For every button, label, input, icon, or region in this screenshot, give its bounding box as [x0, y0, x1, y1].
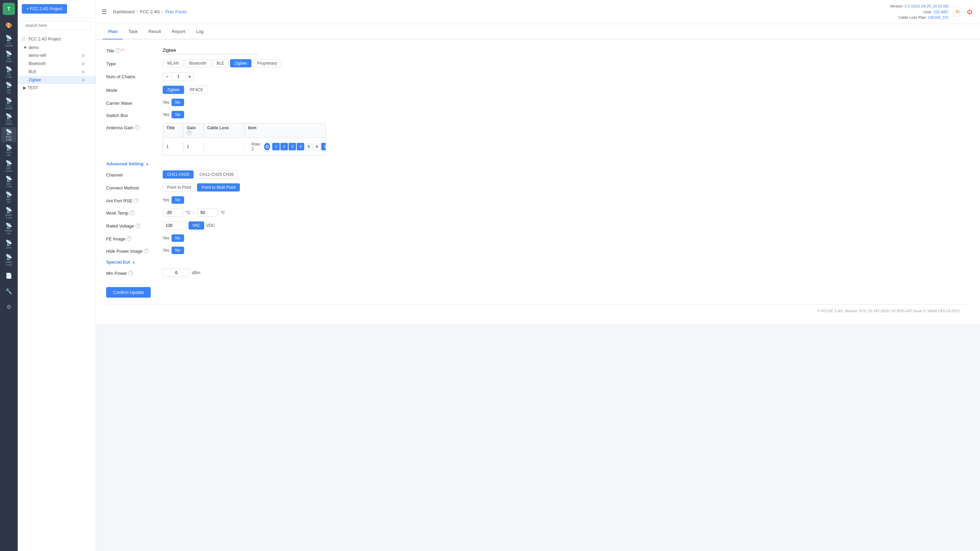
sidebar-item-palette[interactable]: 🎨	[2, 18, 16, 33]
gain-help-icon[interactable]: ?	[187, 130, 192, 135]
breadcrumb-fcc-2.4g[interactable]: FCC 2.4G	[140, 9, 160, 14]
sidebar-item-ce-5g[interactable]: 📡 CE5G	[2, 80, 16, 95]
antenna-table: Title Gain ? Cable Loss Item 1 1 Row: 2	[163, 123, 326, 156]
sidebar-item-fcc-2.4g[interactable]: 📡 FCC2.4G	[2, 127, 16, 142]
min-power-help-icon[interactable]: ?	[128, 271, 133, 275]
temp-min-input[interactable]	[163, 208, 183, 217]
sidebar-item-ce-2.4g[interactable]: 📡 CE2.4G	[2, 65, 16, 79]
hide-power-label: Hide Power Image ?	[106, 246, 157, 254]
sidebar-item-fcc-234g[interactable]: 📡 FCC234G	[2, 111, 16, 127]
type-proprietary[interactable]: Proprietary	[253, 59, 282, 67]
confirm-update-button[interactable]: Confirm Update	[106, 287, 151, 298]
page-btn-3[interactable]: 3	[288, 143, 296, 150]
page-btn-5[interactable]: 5	[305, 143, 312, 150]
sidebar-item-dfs[interactable]: 📡 DFS	[2, 237, 16, 252]
tab-plan[interactable]: Plan	[103, 24, 123, 40]
voltage-input[interactable]	[163, 221, 186, 230]
connect-point-to-multi[interactable]: Point to Multi Point	[197, 183, 240, 192]
sidebar-item-settings[interactable]: ⚙	[2, 299, 16, 314]
ce24g-icon: 📡	[5, 66, 12, 73]
ant-port-rse-no[interactable]: No	[172, 196, 184, 204]
mic234g-icon: 📡	[5, 160, 12, 166]
switch-box-no[interactable]: No	[172, 111, 184, 118]
type-ble[interactable]: BLE	[212, 59, 229, 67]
tab-task[interactable]: Task	[123, 24, 143, 40]
sidebar-item-mic-5g[interactable]: 📡 MIC5G	[2, 190, 16, 205]
special-eut-section-header[interactable]: Special Eut ▲	[106, 259, 970, 265]
row-settings-button[interactable]: ⚙	[264, 143, 270, 150]
title-input[interactable]	[163, 46, 258, 54]
connect-point-to-point[interactable]: Point to Point	[163, 183, 196, 192]
nav-tree-project[interactable]: ⠿ FCC 2.4G Project	[18, 34, 95, 44]
sidebar-item-srrc-2.4g[interactable]: 📡 SRRC2.4G	[2, 205, 16, 221]
doc-icon: 📄	[5, 272, 12, 279]
temp-max-input[interactable]	[197, 208, 218, 217]
carrier-wave-no[interactable]: No	[172, 98, 184, 106]
sidebar-item-srrc-5g[interactable]: 📡 SRRC5G	[2, 221, 16, 236]
breadcrumb-dashboard[interactable]: Dashboard	[113, 9, 135, 14]
sidebar-item-doc[interactable]: 📄	[2, 268, 16, 283]
tree-leaf-bluetooth[interactable]: Bluetooth 🖥	[18, 60, 95, 68]
type-bluetooth[interactable]: Bluetooth	[185, 59, 211, 67]
tree-leaf-demo-wifi[interactable]: demo-wifi 🖥	[18, 51, 95, 60]
page-btn-6[interactable]: 6	[313, 143, 321, 150]
sidebar-item-mic-2.4g[interactable]: 📡 MIC2.4G	[2, 174, 16, 189]
row-title-val: 1	[163, 142, 183, 151]
advanced-section-header[interactable]: Advanced Setting ▲	[106, 161, 970, 166]
type-wlan[interactable]: WLAN	[163, 59, 183, 67]
rated-voltage-help-icon[interactable]: ?	[135, 224, 140, 228]
vac-button[interactable]: VAC	[189, 221, 204, 230]
row-cable-loss-val	[204, 144, 245, 149]
hide-power-no[interactable]: No	[172, 246, 184, 254]
hide-power-toggle: Yes No	[163, 246, 970, 254]
type-label: Type	[106, 59, 157, 66]
grid-dots-icon: ⠿	[22, 37, 25, 42]
tree-folder-demo[interactable]: ▼ demo	[18, 44, 95, 51]
tree-leaf-ble[interactable]: BLE 🖥	[18, 68, 95, 76]
tree-leaf-zigbee[interactable]: Zigbee 🖥	[18, 76, 95, 84]
channel-ch11-ch26[interactable]: CH11-CH26	[163, 170, 194, 179]
channel-ch11-ch25-ch26[interactable]: CH11-CH25-CH26	[195, 170, 238, 179]
sidebar-item-ce-234g[interactable]: 📡 CE234G	[2, 49, 16, 64]
min-power-input[interactable]	[163, 269, 190, 277]
leaf-zigbee-icon: 🖥	[81, 78, 85, 82]
mode-zigbee[interactable]: Zigbee	[163, 86, 184, 94]
search-input[interactable]	[22, 21, 92, 30]
counter-decrement[interactable]: −	[163, 72, 172, 81]
mode-rf4ce[interactable]: RF4CE	[185, 86, 208, 94]
counter-increment[interactable]: +	[185, 72, 194, 81]
form-row-min-power: Min Power ? dBm	[106, 269, 970, 277]
fe-image-help-icon[interactable]: ?	[127, 237, 131, 241]
sidebar-item-ce-5gnr[interactable]: 📡 CE5GNR	[2, 33, 16, 48]
tab-report[interactable]: Report	[166, 24, 191, 40]
hide-power-help-icon[interactable]: ?	[144, 249, 149, 253]
form-row-carrier-wave: Carrier Wave Yes No	[106, 98, 970, 106]
antenna-gain-help-icon[interactable]: ?	[135, 125, 140, 130]
work-temp-label: Work Temp ?	[106, 208, 157, 216]
voltage-row: VAC VDC	[163, 221, 970, 230]
tree-folder-test[interactable]: ▶ TEST	[18, 84, 95, 92]
sidebar-item-cable-loss[interactable]: 📡 CableLoss	[2, 252, 16, 267]
work-temp-help-icon[interactable]: ?	[130, 211, 134, 215]
hamburger-icon[interactable]: ☰	[102, 8, 107, 16]
sidebar-item-tools[interactable]: 🔧	[2, 284, 16, 299]
fe-image-no[interactable]: No	[172, 234, 184, 242]
new-project-button[interactable]: + FCC 2.4G Project	[22, 4, 67, 14]
page-btn-2[interactable]: 2	[280, 143, 288, 150]
power-button[interactable]: ⏻	[965, 7, 975, 17]
type-zigbee[interactable]: Zigbee	[230, 59, 251, 67]
page-btn-4[interactable]: 4	[297, 143, 304, 150]
footer-text: © FCC/IC 2.4G, Version: FCC:15.247-2020 …	[106, 305, 970, 317]
switch-box-toggle: Yes No	[163, 111, 970, 118]
ant-rse-help-icon[interactable]: ?	[134, 198, 138, 203]
sidebar-item-mic-234g[interactable]: 📡 MIC234G	[2, 159, 16, 173]
refresh-button[interactable]: ↻	[953, 7, 962, 17]
title-help-icon[interactable]: ?	[116, 48, 121, 53]
page-btn-1[interactable]: 1	[272, 143, 280, 150]
sidebar-item-fcc-5g[interactable]: 📡 FCC5G	[2, 143, 16, 158]
sidebar-item-fcc-5gnr[interactable]: 📡 FCC5GNR	[2, 96, 16, 111]
tab-result[interactable]: Result	[143, 24, 166, 40]
fcc5g-icon: 📡	[5, 144, 12, 151]
tab-log[interactable]: Log	[191, 24, 209, 40]
page-btn-8[interactable]: 8	[321, 143, 326, 150]
